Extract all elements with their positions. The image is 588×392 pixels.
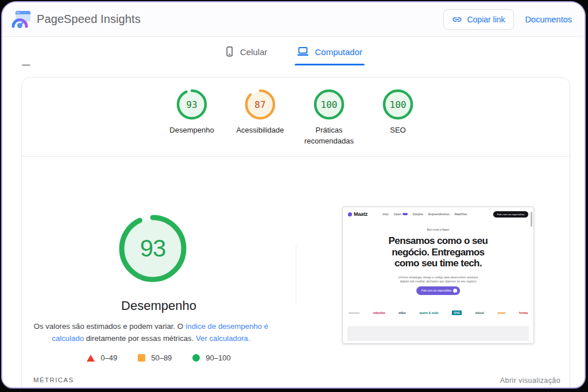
score-label: Desempenho [169,125,214,135]
client-logo: ytmax [497,311,505,315]
score-value: 93 [176,89,207,120]
client-logo: OVG [452,311,462,315]
thumb-heading: Pensamos como o seu negócio. Entregamos … [343,235,533,269]
thumb-brand: Maatz [348,211,368,217]
client-logo: fortma [519,311,528,315]
thumb-tagline: Bem-vindo à Maatz [343,228,533,231]
score-label: SEO [390,125,405,135]
device-tabbar: Celular Computador [2,37,585,67]
tab-mobile[interactable]: Celular [222,37,270,67]
green-circle-icon [192,354,200,362]
report-card: 93 Desempenho 87 Acessibilidade [21,77,570,389]
pagespeed-logo-icon [11,11,31,28]
main-score-value: 93 [118,214,187,283]
thumb-nav-item: Empreendimentos [428,213,450,216]
legend-range: 0–49 [100,354,117,362]
thumb-nav-cta: Fale com um especialista [493,211,528,218]
legend-range: 50–89 [151,354,172,362]
thumb-scrollbar [531,212,532,227]
thumb-nav-item: Início [382,213,389,216]
score-value: 100 [382,89,413,120]
see-calculator-link[interactable]: Ver calculadora. [196,334,250,343]
thumb-cta-button: Fale com um especialista → [416,286,460,295]
legend-pass: 90–100 [192,354,230,362]
section-divider [22,156,570,157]
score-label: Acessibilidade [236,125,284,135]
brand-blob-icon [348,212,352,216]
orange-square-icon [138,354,145,362]
site-screenshot-thumbnail[interactable]: Maatz Início Cases Soluções Empreendimen… [342,207,534,344]
score-accessibility[interactable]: 87 Acessibilidade [223,89,297,135]
client-logo: a/a/sul [475,311,484,315]
performance-heading: Desempenho [22,298,296,313]
description-text: Os valores são estimados e podem variar.… [34,322,185,331]
score-best-practices[interactable]: 100 Práticas recomendadas [292,89,366,146]
client-logo: tellus [399,311,405,315]
thumb-subtext: Unimos estratégia, design e código para … [343,275,533,284]
score-value: 100 [314,89,345,120]
laptop-icon [297,46,309,57]
tab-desktop[interactable]: Computador [295,37,365,67]
legend-average: 50–89 [138,354,172,362]
description-text: diretamente por essas métricas. [84,334,196,343]
page-title: PageSpeed Insights [37,13,141,26]
tab-desktop-label: Computador [315,47,362,57]
red-triangle-icon [87,355,95,362]
brand-name: Maatz [354,211,368,217]
thumb-nav-item: Cases [394,213,408,216]
open-visualization-link[interactable]: Abrir visualização [500,377,560,385]
score-seo[interactable]: 100 SEO [361,89,435,135]
nav-badge [403,213,408,215]
score-performance[interactable]: 93 Desempenho [154,89,229,135]
legend-fail: 0–49 [87,354,117,362]
thumb-navbar: Maatz Início Cases Soluções Empreendimen… [343,207,533,221]
score-value: 87 [245,89,276,120]
thumb-nav-item: MaatzFlow [455,213,467,216]
score-label: Práticas recomendadas [295,125,363,146]
performance-main-gauge: 93 [118,214,187,283]
thumb-client-logos: webmax videoline tellus quarto & visão O… [349,311,528,315]
performance-description: Os valores são estimados e podem variar.… [28,320,274,344]
tab-mobile-label: Celular [240,47,268,57]
link-icon [452,14,462,25]
metrics-section-label: MÉTRICAS [33,377,74,383]
thumb-nav: Início Cases Soluções Empreendimentos Ma… [382,213,467,216]
score-legend: 0–49 50–89 90–100 [22,354,296,362]
copy-link-button[interactable]: Copiar link [443,9,513,30]
pagespeed-window: PageSpeed Insights Copiar link Documento… [1,1,586,389]
thumb-nav-item: Soluções [413,213,424,216]
screen: PageSpeed Insights Copiar link Documento… [0,0,588,392]
thumb-footer-band [347,326,529,341]
client-logo: quarto & visão [419,311,438,315]
phone-icon [225,46,234,57]
client-logo: webmax [349,311,359,315]
client-logo: videoline [373,311,385,315]
vertical-divider [296,245,296,304]
app-header: PageSpeed Insights Copiar link Documento… [2,2,585,37]
documents-link[interactable]: Documentos [525,15,572,24]
scroll-dash-decoration [22,64,30,66]
legend-range: 90–100 [206,354,230,362]
arrow-icon: → [453,289,457,293]
copy-link-label: Copiar link [467,15,505,24]
